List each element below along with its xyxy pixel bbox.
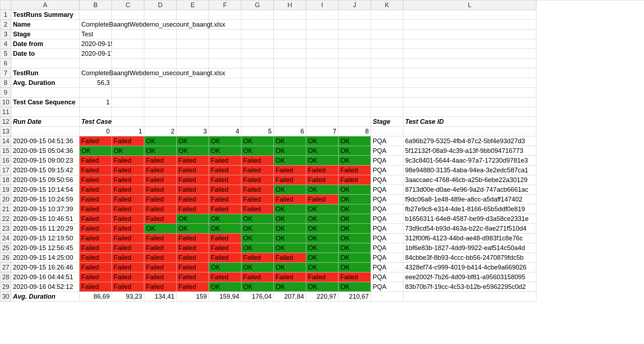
status-cell[interactable]: Failed [274, 272, 306, 282]
avg-duration-col-7[interactable]: 220,97 [306, 292, 339, 302]
status-cell[interactable]: Failed [339, 166, 371, 175]
cell-r5-c9[interactable] [339, 49, 371, 59]
status-cell[interactable]: Failed [209, 253, 241, 263]
status-cell[interactable]: Failed [144, 156, 177, 166]
stage-cell[interactable]: PQA [371, 146, 403, 156]
cell-r11-c10[interactable] [371, 107, 403, 117]
status-cell[interactable]: Failed [80, 195, 112, 204]
status-cell[interactable]: Failed [209, 185, 241, 195]
row-header-3[interactable]: 3 [0, 30, 11, 39]
cell-r9-c5[interactable] [209, 88, 241, 98]
cell-r4-c3[interactable] [144, 39, 177, 49]
status-cell[interactable]: Failed [209, 234, 241, 243]
status-cell[interactable]: OK [306, 136, 339, 146]
status-cell[interactable]: Failed [177, 175, 209, 185]
test-case-id[interactable]: eee2002f-7b26-4d09-bf81-a95603158095 [403, 272, 536, 282]
cell-r4-c2[interactable] [112, 39, 144, 49]
status-cell[interactable]: Failed [112, 185, 144, 195]
cell-r8-c6[interactable] [241, 78, 274, 88]
run-date[interactable]: 2020-09-15 05:04:36 [11, 146, 80, 156]
cell-r1-c2[interactable] [112, 10, 144, 20]
cell-r7-c11[interactable] [403, 68, 536, 78]
cell-r6-c4[interactable] [177, 59, 209, 68]
avg-duration-col-6[interactable]: 207,84 [274, 292, 306, 302]
cell-r5-c2[interactable] [112, 49, 144, 59]
run-date[interactable]: 2020-09-16 04:52:12 [11, 282, 80, 292]
avg-duration-col-0[interactable]: 86,69 [80, 292, 112, 302]
col-header-A[interactable]: A [11, 0, 80, 10]
cell-r6-c6[interactable] [241, 59, 274, 68]
run-date[interactable]: 2020-09-15 09:50:56 [11, 175, 80, 185]
cell-r2-c9[interactable] [339, 20, 371, 30]
stage-cell[interactable]: PQA [371, 243, 403, 253]
status-cell[interactable]: OK [144, 146, 177, 156]
status-cell[interactable]: Failed [209, 166, 241, 175]
test-case-id[interactable]: f9dc06a8-1e48-489e-a8cc-a5daff147402 [403, 195, 536, 204]
status-cell[interactable]: OK [339, 282, 371, 292]
cell-r3-c10[interactable] [371, 30, 403, 39]
cell-r9-c0[interactable] [11, 88, 80, 98]
cell-r12-c3[interactable] [144, 117, 177, 127]
cell-r3-c7[interactable] [274, 30, 306, 39]
stage-cell[interactable]: PQA [371, 195, 403, 204]
cell-r1-c10[interactable] [371, 10, 403, 20]
label-date-to[interactable]: Date to [11, 49, 80, 59]
status-cell[interactable]: OK [241, 214, 274, 224]
status-cell[interactable]: Failed [274, 175, 306, 185]
header-run-date[interactable]: Run Date [11, 117, 80, 127]
cell-r12-c4[interactable] [177, 117, 209, 127]
value-name[interactable]: CompleteBaangtWebdemo_usecount_baangt.xl… [80, 20, 112, 30]
cell-r9-c4[interactable] [177, 88, 209, 98]
testcase-index-2[interactable]: 2 [144, 127, 177, 136]
status-cell[interactable]: Failed [339, 272, 371, 282]
status-cell[interactable]: Failed [80, 234, 112, 243]
row-header-25[interactable]: 25 [0, 243, 11, 253]
status-cell[interactable]: Failed [209, 204, 241, 214]
cell-r3-c2[interactable] [112, 30, 144, 39]
cell-r12-c9[interactable] [339, 117, 371, 127]
status-cell[interactable]: OK [339, 146, 371, 156]
cell-r10-c5[interactable] [209, 98, 241, 107]
label-testruns-summary[interactable]: TestRuns Summary [11, 10, 80, 20]
status-cell[interactable]: Failed [80, 136, 112, 146]
status-cell[interactable]: Failed [80, 282, 112, 292]
cell-r9-c6[interactable] [241, 88, 274, 98]
cell-r8-c5[interactable] [209, 78, 241, 88]
status-cell[interactable]: OK [306, 234, 339, 243]
cell-r10-c6[interactable] [241, 98, 274, 107]
status-cell[interactable]: OK [339, 204, 371, 214]
test-case-id[interactable]: 84cbbe3f-8b93-4ccc-bb56-2470879fdc5b [403, 253, 536, 263]
row-header-28[interactable]: 28 [0, 272, 11, 282]
stage-cell[interactable]: PQA [371, 253, 403, 263]
col-header-J[interactable]: J [339, 0, 371, 10]
row-header-13[interactable]: 13 [0, 127, 11, 136]
status-cell[interactable]: OK [306, 243, 339, 253]
col-header-H[interactable]: H [274, 0, 306, 10]
status-cell[interactable]: Failed [241, 185, 274, 195]
test-case-id[interactable]: 9c3c8401-5644-4aac-97a7-17230d9781e3 [403, 156, 536, 166]
status-cell[interactable]: Failed [112, 272, 144, 282]
cell-r12-c5[interactable] [209, 117, 241, 127]
test-case-id[interactable]: 98e94880-3135-4aba-94ea-3e2edc587ca1 [403, 166, 536, 175]
cell-r2-c6[interactable] [241, 20, 274, 30]
cell-r11-c0[interactable] [11, 107, 80, 117]
status-cell[interactable]: OK [209, 282, 241, 292]
status-cell[interactable]: Failed [80, 224, 112, 234]
status-cell[interactable]: OK [339, 214, 371, 224]
cell-r8-c8[interactable] [306, 78, 339, 88]
cell-r8-c11[interactable] [403, 78, 536, 88]
status-cell[interactable]: OK [339, 136, 371, 146]
status-cell[interactable]: Failed [339, 175, 371, 185]
status-cell[interactable]: Failed [144, 166, 177, 175]
cell-r11-c3[interactable] [144, 107, 177, 117]
cell-r1-c8[interactable] [306, 10, 339, 20]
status-cell[interactable]: OK [274, 282, 306, 292]
col-header-B[interactable]: B [80, 0, 112, 10]
test-case-id[interactable]: 3aaccaec-4768-46cb-a25b-6ebe22a30129 [403, 175, 536, 185]
status-cell[interactable]: OK [209, 224, 241, 234]
label-name[interactable]: Name [11, 20, 80, 30]
run-date[interactable]: 2020-09-15 09:15:42 [11, 166, 80, 175]
avg-duration-col-4[interactable]: 159,94 [209, 292, 241, 302]
cell-r9-c7[interactable] [274, 88, 306, 98]
cell-r8-c4[interactable] [177, 78, 209, 88]
